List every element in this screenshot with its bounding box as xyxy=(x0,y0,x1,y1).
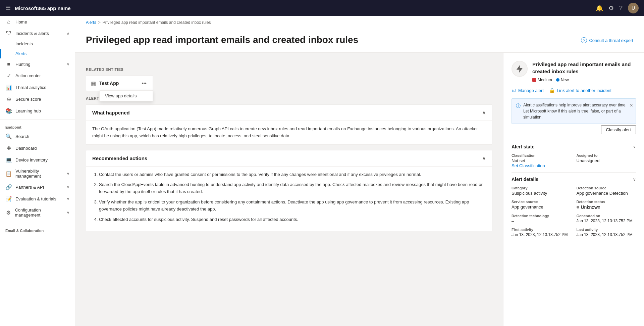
sidebar-sub-incidents[interactable]: Incidents xyxy=(0,39,75,49)
service-source-field: Service source App governance xyxy=(512,200,571,210)
topbar: ☰ Microsoft365 app name 🔔 ⚙ ? U xyxy=(0,0,644,16)
recommended-actions-section: Recommended actions ∧ Contact the users … xyxy=(86,150,492,232)
classification-field: Classification Not set Set Classificatio… xyxy=(512,153,571,168)
threat-analytics-icon: 📊 xyxy=(5,84,12,91)
sidebar-label-partners: Partners & API xyxy=(15,185,44,190)
breadcrumb-parent[interactable]: Alerts xyxy=(86,20,96,25)
sidebar-item-evaluation-tutorials[interactable]: 📝 Evaluation & tutorials ∨ xyxy=(0,193,75,205)
recommended-actions-body: Contact the users or admins who have gra… xyxy=(86,167,492,231)
entity-card-wrapper: ▦ Test App ••• View app details xyxy=(86,76,153,91)
alert-state-chevron-down-icon: ∨ xyxy=(633,144,636,149)
main-layout: ⌂ Home 🛡 Incidents & alerts ∧ Incidents … xyxy=(0,16,644,326)
consult-threat-expert-link[interactable]: ? Consult a threat expert xyxy=(581,37,633,43)
alert-state-header[interactable]: Alert state ∨ xyxy=(512,144,636,149)
device-inventory-icon: 💻 xyxy=(5,157,12,163)
hamburger-icon[interactable]: ☰ xyxy=(5,4,11,12)
split-layout: RELATED ENTITIES ▦ Test App ••• View app… xyxy=(75,53,644,326)
rp-alert-header: Privileged app read important emails and… xyxy=(512,61,636,82)
action-list-item: Contact the users or admins who have gra… xyxy=(99,171,486,178)
sidebar-item-secure-score[interactable]: ⊕ Secure score xyxy=(0,93,75,105)
help-icon[interactable]: ? xyxy=(619,5,623,12)
sidebar-item-search[interactable]: 🔍 Search xyxy=(0,131,75,142)
divider-email-collab xyxy=(0,223,75,223)
what-happened-body: The OAuth application (Test App) made re… xyxy=(86,121,492,144)
evaluation-icon: 📝 xyxy=(5,196,12,202)
alert-state-title: Alert state xyxy=(512,144,534,149)
what-happened-header[interactable]: What happened ∧ xyxy=(86,105,492,121)
detection-status-label: Detection status xyxy=(577,200,636,204)
search-nav-icon: 🔍 xyxy=(5,133,12,140)
classify-alert-button[interactable]: Classify alert xyxy=(601,125,636,134)
classification-label: Classification xyxy=(512,153,571,157)
sidebar-item-threat-analytics[interactable]: 📊 Threat analytics xyxy=(0,82,75,93)
what-happened-text: The OAuth application (Test App) made re… xyxy=(92,126,486,140)
entity-card[interactable]: ▦ Test App ••• xyxy=(86,76,153,91)
assigned-to-label: Assigned to xyxy=(577,153,636,157)
sidebar-label-action-center: Action center xyxy=(15,73,41,78)
service-source-label: Service source xyxy=(512,200,571,204)
sidebar-item-configuration-management[interactable]: ⚙ Configuration management ∨ xyxy=(0,205,75,220)
last-activity-label: Last activity xyxy=(577,228,636,232)
partners-chevron-icon: ∨ xyxy=(67,185,69,189)
notification-icon[interactable]: 🔔 xyxy=(596,4,603,12)
manage-alert-link[interactable]: 🏷 Manage alert xyxy=(512,88,544,93)
classify-btn-row: Classify alert xyxy=(512,125,636,134)
link-alert-link[interactable]: 🔒 Link alert to another incident xyxy=(549,88,611,93)
alert-details-fields: Category Suspicious activity Detection s… xyxy=(512,186,636,237)
sidebar-item-home[interactable]: ⌂ Home xyxy=(0,16,75,28)
sidebar-label-learning-hub: Learning hub xyxy=(15,108,41,113)
alert-details-title: Alert details xyxy=(512,177,538,182)
vuln-chevron-icon: ∨ xyxy=(67,172,69,176)
rp-badges: Medium New xyxy=(532,78,636,82)
avatar[interactable]: U xyxy=(628,3,639,13)
secure-score-icon: ⊕ xyxy=(5,96,12,102)
sidebar-item-learning-hub[interactable]: 📚 Learning hub xyxy=(0,105,75,117)
sidebar-item-hunting[interactable]: ■ Hunting ∨ xyxy=(0,58,75,70)
sidebar-item-device-inventory[interactable]: 💻 Device inventory xyxy=(0,154,75,166)
entity-name: Test App xyxy=(99,81,119,86)
divider-endpoint xyxy=(0,120,75,120)
status-label: New xyxy=(561,78,569,82)
hunting-icon: ■ xyxy=(5,61,12,67)
page-header: Privileged app read important emails and… xyxy=(75,29,644,52)
action-list-item: Check affected accounts for suspicious a… xyxy=(99,216,486,223)
view-app-details-item[interactable]: View app details xyxy=(100,91,153,101)
status-badge: New xyxy=(556,78,569,82)
page-title: Privileged app read important emails and… xyxy=(86,35,358,45)
set-classification-link[interactable]: Set Classification xyxy=(512,163,571,168)
entity-more-button[interactable]: ••• xyxy=(140,79,148,87)
category-label: Category xyxy=(512,186,571,190)
info-close-button[interactable]: × xyxy=(630,101,633,109)
rp-alert-title: Privileged app read important emails and… xyxy=(532,61,636,75)
home-icon: ⌂ xyxy=(5,19,12,25)
entity-app-icon: ▦ xyxy=(91,80,96,87)
sidebar-label-threat-analytics: Threat analytics xyxy=(15,85,46,90)
settings-icon[interactable]: ⚙ xyxy=(608,4,614,12)
sidebar-label-device-inventory: Device inventory xyxy=(15,157,48,162)
sidebar-sub-alerts[interactable]: Alerts xyxy=(0,49,75,58)
breadcrumb: Alerts > Privileged app read important e… xyxy=(75,16,644,29)
svg-marker-0 xyxy=(517,65,522,73)
action-list-item: Verify whether the app is critical to yo… xyxy=(99,199,486,213)
classification-value: Not set xyxy=(512,158,571,163)
left-panel: RELATED ENTITIES ▦ Test App ••• View app… xyxy=(75,53,503,326)
recommended-actions-header[interactable]: Recommended actions ∧ xyxy=(86,150,492,167)
sidebar-label-incidents-alerts: Incidents & alerts xyxy=(15,31,49,36)
breadcrumb-separator: > xyxy=(98,20,101,25)
sidebar-label-evaluation: Evaluation & tutorials xyxy=(15,196,56,201)
sidebar-item-dashboard[interactable]: ✚ Dashboard xyxy=(0,142,75,154)
sidebar-item-partners-api[interactable]: 🔗 Partners & API ∨ xyxy=(0,181,75,193)
sidebar-item-vulnerability-management[interactable]: 📋 Vulnerability management ∨ xyxy=(0,166,75,181)
sidebar-item-action-center[interactable]: ✓ Action center xyxy=(0,70,75,82)
related-entities-label: RELATED ENTITIES xyxy=(86,67,492,72)
detection-source-value: App governance Detection xyxy=(577,191,636,196)
last-activity-value: Jan 13, 2023, 12:13:13.752 PM xyxy=(577,232,636,237)
category-field: Category Suspicious activity xyxy=(512,186,571,196)
endpoint-section-label: Endpoint xyxy=(0,123,75,131)
learning-hub-icon: 📚 xyxy=(5,108,12,114)
vuln-mgmt-icon: 📋 xyxy=(5,171,12,177)
sidebar-label-dashboard: Dashboard xyxy=(15,146,37,151)
detection-technology-value: – xyxy=(512,219,571,224)
sidebar-item-incidents-alerts[interactable]: 🛡 Incidents & alerts ∧ xyxy=(0,28,75,39)
alert-details-header[interactable]: Alert details ∨ xyxy=(512,177,636,182)
